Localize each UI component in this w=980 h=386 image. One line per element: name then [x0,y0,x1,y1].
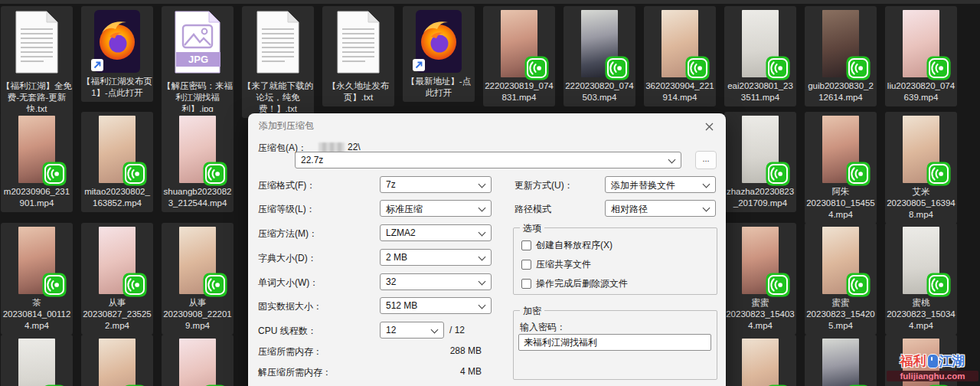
jpg-badge-text: JPG [188,54,208,65]
video-thumbnail [742,339,779,386]
video-play-icon [42,162,67,186]
file-tile[interactable]: guib20230830_212614.mp4 [805,6,877,106]
file-tile[interactable]: 从事 20230827_235252.mp4 [81,223,153,335]
file-tile[interactable]: liu20230820_074639.mp4 [885,6,957,106]
field-label: 字典大小(D)： [258,252,317,265]
video-play-icon [846,273,871,297]
field-label: 压缩等级(L)： [258,203,315,216]
field-combobox[interactable]: 标准压缩 [380,200,492,217]
file-tile[interactable]: 2220230819_074831.mp4 [483,6,555,106]
field-value: 2 MB [386,252,407,263]
file-name: 2220230820_074503.mp4 [564,80,635,103]
video-play-icon [685,56,710,80]
file-name: 【解压密码：来福利江湖找福利】.jpg [162,80,233,115]
field-combobox[interactable]: 添加并替换文件 [605,176,716,193]
cpu-threads-row: CPU 线程数： 12 / 12 [258,322,492,339]
field-label: 路径模式 [514,203,551,216]
field-value: 512 MB [386,300,417,311]
file-name: guib20230830_212614.mp4 [805,80,876,103]
memory-row: 解压缩所需内存：4 MB [258,366,482,383]
field-combobox[interactable]: 相对路径 [605,200,716,217]
file-tile[interactable]: 从事 20230908_222019.mp4 [162,223,234,335]
video-play-icon [926,56,951,80]
checkbox-unchecked[interactable] [521,240,531,250]
file-tile[interactable]: zhazha20230823_201709.mp4 [724,112,796,212]
file-name: zhazha20230823_201709.mp4 [725,186,795,209]
cpu-threads-combobox[interactable]: 12 [380,322,444,339]
file-tile[interactable] [724,335,796,386]
file-tile[interactable]: 3620230904_221914.mp4 [644,6,716,106]
cpu-threads-value: 12 [386,325,396,335]
archive-name-combobox[interactable]: 22.7z [295,152,681,168]
file-tile[interactable]: JPG【解压密码：来福利江湖找福利】.jpg [162,6,234,118]
memory-value: 4 MB [460,366,482,377]
file-tile[interactable] [1,335,73,386]
field-combobox[interactable]: LZMA2 [380,224,492,241]
file-tile[interactable] [805,335,877,386]
option-checkbox-row[interactable]: 操作完成后删除源文件 [521,277,628,290]
video-play-icon [605,56,629,80]
chevron-down-icon [479,204,486,212]
field-value: 32 [386,276,396,287]
video-play-icon [926,162,951,186]
field-combobox[interactable]: 7z [380,176,492,193]
watermark-text-right: 江湖 [939,352,965,370]
checkbox-label: 创建自释放程序(X) [536,239,612,252]
video-play-icon [524,56,549,80]
browse-button[interactable]: ... [695,151,717,169]
file-name: 【永久地址发布页】.txt [323,80,394,103]
field-combobox[interactable]: 2 MB [380,249,492,266]
text-file-icon [15,10,59,77]
close-button[interactable] [700,118,718,135]
file-tile[interactable]: 【福利江湖】全免费-无套路-更新快.txt [1,6,73,118]
field-combobox[interactable]: 32 [380,273,492,290]
firefox-icon [416,10,462,73]
watermark-logo: 福利 江湖 [887,352,978,370]
checkbox-unchecked[interactable] [521,279,531,289]
field-value: 添加并替换文件 [611,180,675,191]
file-tile[interactable]: shuangb20230823_212544.mp4 [162,112,234,212]
chevron-down-icon [668,156,676,164]
shortcut-arrow-icon [413,59,425,71]
dialog-field-row: 单词大小(W)：32 [258,273,492,290]
file-tile[interactable]: eai20230801_233511.mp4 [724,6,796,106]
watermark-url: fulijianghu.com [887,371,978,381]
video-play-icon [846,56,871,80]
firefox-icon [94,10,140,73]
chevron-down-icon [479,181,486,188]
site-watermark: 福利 江湖 fulijianghu.com [887,352,978,381]
checkbox-unchecked[interactable] [521,260,531,270]
file-tile[interactable]: 2220230820_074503.mp4 [564,6,635,106]
field-combobox[interactable]: 512 MB [380,297,492,314]
video-play-icon [122,273,147,297]
file-tile[interactable] [81,335,153,386]
mouse-icon [927,354,939,368]
file-name: 茶 20230814_001124.mp4 [2,297,72,332]
encryption-group-title: 加密 [520,305,544,318]
option-checkbox-row[interactable]: 创建自释放程序(X) [521,239,612,251]
video-play-icon [926,273,951,297]
file-tile[interactable]: 【福利江湖发布页1】-点此打开 [81,6,153,102]
file-tile[interactable] [162,335,234,386]
file-tile[interactable]: 茶 20230814_001124.mp4 [1,223,73,335]
field-label: 固实数据大小： [258,300,322,313]
text-file-icon [336,10,381,77]
file-tile[interactable]: 【来了就能下载的论坛，纯免费！】.txt [242,6,314,118]
field-value: LZMA2 [386,227,416,238]
file-tile[interactable]: 【永久地址发布页】.txt [322,6,394,106]
file-tile[interactable]: 蜜桃 20230823_150344.mp4 [885,223,957,335]
file-tile[interactable]: 蜜蜜 20230823_154034.mp4 [724,223,796,335]
file-tile[interactable]: 【最新地址】-点此打开 [403,6,475,102]
option-checkbox-row[interactable]: 压缩共享文件 [521,258,591,270]
file-tile[interactable]: 阿朱 20230810_154554.mp4 [805,112,877,224]
file-tile[interactable]: m20230906_231901.mp4 [1,112,73,212]
file-tile[interactable]: 艾米 20230805_163948.mp4 [885,112,957,224]
options-group: 选项 创建自释放程序(X)压缩共享文件操作完成后删除源文件 [513,227,717,295]
file-tile[interactable]: 蜜蜜 20230823_154205.mp4 [805,223,877,335]
password-input[interactable] [518,334,711,351]
field-label: 压缩方法(M)： [258,227,318,240]
file-tile[interactable]: mitao20230802_163852.mp4 [81,112,153,212]
file-name: 2220230819_074831.mp4 [484,80,554,103]
checkbox-label: 操作完成后删除源文件 [536,277,628,290]
memory-label: 解压缩所需内存： [258,366,332,379]
